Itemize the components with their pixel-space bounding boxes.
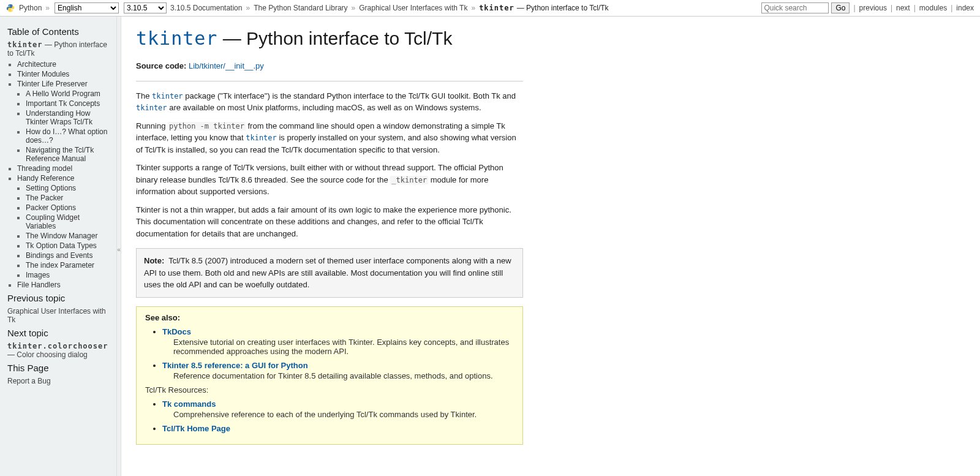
intro-p3: Tkinter supports a range of Tcl/Tk versi… [136,162,523,198]
language-select[interactable]: English [55,2,119,13]
next-topic-link[interactable]: tkinter.colorchooser — Color choosing di… [7,342,108,359]
python-link[interactable]: Python [19,4,42,12]
report-bug-link[interactable]: Report a Bug [7,377,51,385]
breadcrumb-gui[interactable]: Graphical User Interfaces with Tk [359,4,467,12]
prev-topic-heading: Previous topic [7,293,110,303]
title-module-link[interactable]: tkinter [136,28,217,49]
toc-tk-concepts[interactable]: Important Tk Concepts [26,99,100,108]
intro-p1: The tkinter package ("Tk interface") is … [136,90,523,114]
version-select[interactable]: 3.10.5 [124,2,167,13]
toc-packer[interactable]: The Packer [26,194,63,202]
seealso-tk85-ref[interactable]: Tkinter 8.5 reference: a GUI for Python [162,361,308,370]
toc-threading[interactable]: Threading model [17,164,72,173]
breadcrumb-tail: — Python interface to Tcl/Tk [517,4,609,12]
toc-window-manager[interactable]: The Window Manager [26,232,97,240]
toc-bindings-events[interactable]: Bindings and Events [26,251,92,260]
seealso-subhead: Tcl/Tk Resources: [145,385,514,395]
next-topic-heading: Next topic [7,328,110,338]
toc-option-types[interactable]: Tk Option Data Types [26,241,97,250]
seealso-tk-commands[interactable]: Tk commands [162,399,216,409]
sidebar-collapse-handle[interactable]: « [116,17,121,476]
prev-topic-link[interactable]: Graphical User Interfaces with Tk [7,307,106,324]
toc-architecture[interactable]: Architecture [17,60,56,69]
toc-file-handlers[interactable]: File Handlers [17,281,61,289]
breadcrumb-doc[interactable]: 3.10.5 Documentation [170,4,242,12]
toc-packer-options[interactable]: Packer Options [26,203,76,212]
tkinter-mod-link[interactable]: tkinter [152,92,183,100]
source-code-line: Source code: Lib/tkinter/__init__.py [136,60,523,72]
seealso-label: See also: [145,313,514,322]
toc-images[interactable]: Images [26,271,50,279]
nav-next[interactable]: next [896,4,910,12]
sidebar: Table of Contents tkinter — Python inter… [0,17,116,476]
topbar: Python » English 3.10.5 3.10.5 Documenta… [0,0,980,17]
search-input[interactable] [761,2,829,13]
toc-life-preserver[interactable]: Tkinter Life Preserver [17,80,88,88]
note-box: Note: Tcl/Tk 8.5 (2007) introduced a mod… [136,248,523,298]
seealso-tkdocs[interactable]: TkDocs [162,327,191,336]
intro-p4: Tkinter is not a thin wrapper, but adds … [136,204,523,240]
toc-heading: Table of Contents [7,26,110,37]
seealso-tcltk-home[interactable]: Tcl/Tk Home Page [162,424,230,433]
breadcrumb-module: tkinter [479,4,514,12]
seealso-box: See also: TkDocs Extensive tutorial on c… [136,306,523,445]
nav-previous[interactable]: previous [859,4,887,12]
toc-hello-world[interactable]: A Hello World Program [26,89,100,98]
nav-modules[interactable]: modules [919,4,947,12]
toc-how-do-i[interactable]: How do I…? What option does…? [26,127,107,145]
python-logo-icon [6,4,15,12]
go-button[interactable]: Go [831,2,850,13]
intro-p2: Running python -m tkinter from the comma… [136,120,523,156]
nav-index[interactable]: index [956,4,974,12]
toc-top-link[interactable]: tkinter — Python interface to Tcl/Tk [7,40,107,58]
main-content: tkinter — Python interface to Tcl/Tk Sou… [121,17,538,476]
toc-handy-ref[interactable]: Handy Reference [17,174,74,183]
toc-coupling-vars[interactable]: Coupling Widget Variables [26,213,80,230]
this-page-heading: This Page [7,363,110,373]
toc-tkinter-modules[interactable]: Tkinter Modules [17,70,69,78]
page-title: tkinter — Python interface to Tcl/Tk [136,28,523,49]
breadcrumb-stdlib[interactable]: The Python Standard Library [254,4,347,12]
toc-index-param[interactable]: The index Parameter [26,261,94,270]
toc-navigating-ref[interactable]: Navigating the Tcl/Tk Reference Manual [26,146,94,163]
toc-setting-options[interactable]: Setting Options [26,184,76,192]
source-code-link[interactable]: Lib/tkinter/__init__.py [189,61,264,70]
toc-wraps-tcltk[interactable]: Understanding How Tkinter Wraps Tcl/Tk [26,109,92,126]
